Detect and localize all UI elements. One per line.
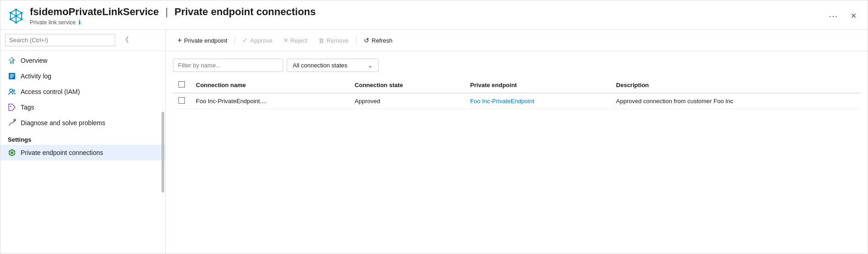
close-button[interactable]: ✕ — [847, 10, 860, 22]
svg-point-9 — [10, 18, 12, 20]
row-checkbox-cell — [173, 93, 190, 109]
col-description: Description — [611, 77, 860, 93]
page-subtitle: Private endpoint connections — [174, 6, 316, 17]
cell-connection-state: Approved — [349, 93, 465, 109]
remove-button[interactable]: 🗑 Remove — [314, 34, 353, 47]
service-name: fsidemoPrivateLinkService — [30, 6, 159, 17]
svg-rect-11 — [10, 61, 11, 64]
svg-rect-12 — [12, 59, 14, 64]
svg-point-25 — [11, 152, 13, 154]
info-icon[interactable]: ℹ — [78, 19, 81, 26]
sidebar-item-label-tags: Tags — [21, 104, 34, 111]
diagnose-icon — [8, 119, 16, 127]
connections-table: Connection name Connection state Private… — [173, 77, 860, 109]
sidebar-item-diagnose[interactable]: Diagnose and solve problems — [0, 115, 165, 131]
svg-point-17 — [10, 89, 12, 92]
chevron-down-icon: ⌄ — [368, 62, 373, 69]
refresh-icon: ↺ — [364, 37, 369, 44]
reject-icon: ✕ — [284, 37, 288, 44]
collapse-button[interactable]: 《 — [119, 33, 132, 47]
toolbar: + Private endpoint ✓ Approve ✕ Reject 🗑 … — [166, 30, 868, 51]
sidebar-item-label-activity-log: Activity log — [21, 72, 51, 80]
search-input[interactable] — [5, 34, 115, 46]
sidebar-item-tags[interactable]: Tags — [0, 99, 165, 115]
sidebar-nav-container: Overview Activity log — [0, 51, 165, 254]
col-private-endpoint: Private endpoint — [465, 77, 611, 93]
col-connection-state: Connection state — [349, 77, 465, 93]
svg-point-7 — [21, 18, 23, 20]
connection-state-dropdown[interactable]: All connection states ⌄ — [287, 59, 378, 72]
sidebar-item-label-diagnose: Diagnose and solve problems — [21, 119, 105, 127]
header-title-group: fsidemoPrivateLinkService | Private endp… — [30, 6, 819, 26]
separator-1 — [234, 36, 235, 45]
filter-row: All connection states ⌄ — [173, 59, 860, 72]
refresh-button[interactable]: ↺ Refresh — [359, 34, 397, 47]
cell-description: Approved connection from customer Foo In… — [611, 93, 860, 109]
main-container: fsidemoPrivateLinkService | Private endp… — [0, 0, 868, 254]
more-options-button[interactable]: ⋯ — [825, 9, 841, 23]
col-connection-name: Connection name — [190, 77, 349, 93]
settings-section-label: Settings — [0, 131, 165, 145]
header-subtitle: Private link service ℹ — [30, 19, 819, 26]
main-content: + Private endpoint ✓ Approve ✕ Reject 🗑 … — [166, 30, 868, 254]
sidebar-scrollbar[interactable] — [161, 112, 164, 193]
svg-point-4 — [15, 15, 17, 17]
private-endpoint-icon — [8, 149, 16, 157]
svg-point-5 — [15, 8, 17, 11]
filter-name-input[interactable] — [173, 59, 283, 72]
table-row: Foo Inc-PrivateEndpoint.... Approved Foo… — [173, 93, 860, 109]
header: fsidemoPrivateLinkService | Private endp… — [0, 0, 868, 30]
sidebar-nav: Overview Activity log — [0, 51, 165, 162]
reject-button[interactable]: ✕ Reject — [279, 34, 312, 47]
activity-log-icon — [8, 72, 16, 80]
sidebar-item-label-private-endpoint: Private endpoint connections — [21, 149, 103, 156]
select-all-checkbox[interactable] — [178, 81, 185, 88]
sidebar-search-area: 《 — [0, 30, 165, 51]
body: 《 Overview — [0, 30, 868, 254]
svg-point-6 — [21, 11, 23, 14]
sidebar-item-activity-log[interactable]: Activity log — [0, 68, 165, 84]
remove-icon: 🗑 — [318, 37, 324, 44]
overview-icon — [8, 56, 16, 65]
table-area: All connection states ⌄ Connection name … — [166, 51, 868, 254]
iam-icon — [8, 88, 16, 96]
approve-icon: ✓ — [242, 37, 248, 44]
cell-private-endpoint-link[interactable]: Foo Inc-PrivateEndpoint — [465, 93, 611, 109]
svg-point-18 — [13, 90, 15, 92]
sidebar-item-private-endpoint-connections[interactable]: Private endpoint connections — [0, 145, 165, 160]
separator-2 — [356, 36, 356, 45]
sidebar-item-overview[interactable]: Overview — [0, 53, 165, 68]
page-title: fsidemoPrivateLinkService | Private endp… — [30, 6, 819, 18]
table-header-row: Connection name Connection state Private… — [173, 77, 860, 93]
svg-point-8 — [15, 21, 17, 23]
sidebar-item-access-control[interactable]: Access control (IAM) — [0, 84, 165, 99]
select-all-header — [173, 77, 190, 93]
approve-button[interactable]: ✓ Approve — [238, 34, 277, 47]
sidebar-item-label-overview: Overview — [21, 57, 47, 64]
row-checkbox[interactable] — [178, 97, 185, 104]
tags-icon — [8, 103, 16, 111]
svg-point-10 — [10, 11, 12, 14]
service-icon — [8, 8, 24, 24]
sidebar: 《 Overview — [0, 30, 166, 254]
cell-connection-name: Foo Inc-PrivateEndpoint.... — [190, 93, 349, 109]
plus-icon: + — [178, 36, 182, 44]
sidebar-item-label-iam: Access control (IAM) — [21, 88, 80, 95]
svg-point-19 — [10, 106, 11, 107]
add-private-endpoint-button[interactable]: + Private endpoint — [173, 33, 232, 47]
